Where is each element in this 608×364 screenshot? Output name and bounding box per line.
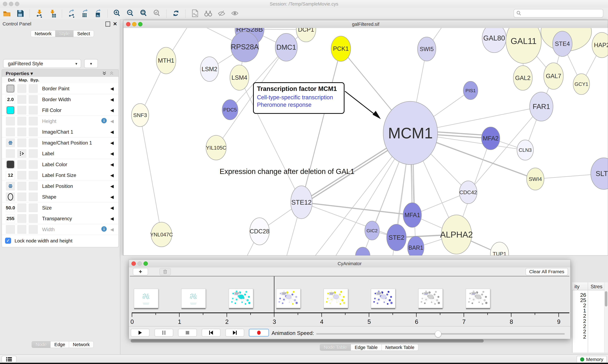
frame-thumbnail-7[interactable]	[466, 289, 490, 308]
property-row-image-chart-position-1[interactable]: Image/Chart Position 1 ◀	[2, 137, 118, 148]
expand-property-icon[interactable]: ◀	[110, 129, 114, 135]
property-row-fill-color[interactable]: Fill Color ◀	[2, 105, 118, 116]
export-image-icon[interactable]	[93, 9, 103, 18]
expand-property-icon[interactable]: ◀	[110, 227, 114, 232]
bypass-cell[interactable]	[29, 193, 38, 201]
save-icon[interactable]	[15, 9, 25, 18]
mapping-cell[interactable]	[17, 171, 26, 180]
network-node-bar1[interactable]: BAR1	[408, 236, 424, 255]
mapping-cell[interactable]	[17, 214, 26, 223]
network-node-cdc42[interactable]: CDC42	[459, 181, 477, 204]
refresh-icon[interactable]	[171, 9, 180, 18]
playhead[interactable]	[274, 276, 274, 312]
network-node-swi4[interactable]: SWI4	[527, 168, 544, 190]
open-folder-icon[interactable]	[2, 9, 11, 18]
frame-thumbnail-0[interactable]	[134, 289, 158, 308]
tab-network-table[interactable]: Network Table	[382, 344, 418, 351]
network-node-mfa2[interactable]: MFA2	[482, 127, 500, 150]
default-value-cell[interactable]	[6, 117, 15, 125]
zoom-in-icon[interactable]	[112, 9, 122, 18]
default-value-cell[interactable]	[6, 106, 15, 115]
network-node-alpha2[interactable]: ALPHA2	[440, 215, 473, 254]
frame-thumbnail-1[interactable]	[181, 289, 206, 308]
property-row-height[interactable]: Height i ◀	[2, 116, 118, 127]
bypass-cell[interactable]	[29, 182, 38, 190]
network-node-unlabeled[interactable]	[356, 247, 370, 255]
style-selector[interactable]: galFiltered Style ▾	[3, 59, 81, 68]
show-panel-menu-button[interactable]	[1, 356, 16, 363]
expand-property-icon[interactable]: ◀	[110, 162, 114, 167]
mapping-cell[interactable]	[17, 84, 26, 93]
float-panel-icon[interactable]	[105, 22, 110, 26]
expand-property-icon[interactable]: ◀	[110, 97, 114, 102]
mapping-cell[interactable]	[17, 160, 26, 169]
memory-button[interactable]: Memory	[577, 356, 607, 363]
annotation-link[interactable]: Cell-type-specific transcription	[257, 94, 341, 101]
mapping-cell[interactable]	[17, 95, 26, 104]
expand-all-icon[interactable]	[102, 71, 107, 76]
stop-button[interactable]	[178, 329, 197, 337]
network-node-gal80[interactable]: GAL80	[482, 28, 506, 53]
zoom-out-icon[interactable]	[126, 9, 135, 18]
expand-property-icon[interactable]: ◀	[110, 151, 114, 156]
binoculars-icon[interactable]	[204, 9, 213, 18]
network-node-gal2[interactable]: GAL2	[513, 66, 532, 90]
network-node-slt2[interactable]: SLT2	[591, 158, 608, 189]
expand-property-icon[interactable]: ◀	[110, 173, 114, 178]
lock-node-size-checkbox[interactable]: ✓	[5, 238, 11, 244]
default-value-cell[interactable]	[6, 182, 15, 190]
close-panel-icon[interactable]: ✕	[113, 21, 117, 27]
bypass-cell[interactable]	[29, 225, 38, 234]
property-row-size[interactable]: 50.0 Size ◀	[2, 202, 118, 213]
zoom-selected-icon[interactable]	[152, 9, 162, 18]
pause-button[interactable]	[154, 329, 173, 337]
network-node-mcm1[interactable]: MCM1	[383, 101, 438, 165]
network-node-gic2[interactable]: GIC2	[365, 221, 379, 240]
property-row-label-color[interactable]: Label Color ◀	[2, 159, 118, 170]
tab-network[interactable]: Network	[31, 30, 55, 37]
property-row-border-width[interactable]: 2.0 Border Width ◀	[2, 94, 118, 105]
show-eye-icon[interactable]	[230, 9, 239, 18]
collapse-all-icon[interactable]	[109, 71, 114, 76]
expand-property-icon[interactable]: ◀	[110, 86, 114, 91]
network-node-cln3[interactable]: CLN3	[517, 140, 533, 160]
network-node-mth1[interactable]: MTH1	[156, 47, 176, 74]
expand-property-icon[interactable]: ◀	[110, 183, 114, 189]
default-value-cell[interactable]	[6, 128, 15, 136]
property-row-label[interactable]: Label ◀	[2, 148, 118, 159]
bypass-cell[interactable]	[29, 106, 38, 115]
bypass-cell[interactable]	[29, 95, 38, 104]
tab-network[interactable]: Network	[69, 341, 94, 348]
network-node-dcp1[interactable]: DCP1	[296, 28, 316, 42]
default-value-cell[interactable]	[6, 160, 15, 169]
export-network-icon[interactable]	[67, 9, 76, 18]
expand-property-icon[interactable]: ◀	[110, 205, 114, 210]
expand-property-icon[interactable]: ◀	[110, 140, 114, 145]
mapping-cell[interactable]	[17, 128, 26, 136]
mapping-cell[interactable]	[17, 225, 26, 234]
network-node-gcy1[interactable]: GCY1	[573, 74, 590, 95]
delete-frame-button[interactable]	[159, 268, 171, 275]
network-node-pis1[interactable]: PIS1	[463, 81, 478, 100]
default-value-cell[interactable]	[6, 84, 15, 93]
mapping-cell[interactable]	[17, 149, 26, 158]
tab-node-table[interactable]: Node Table	[320, 344, 351, 351]
property-row-image-chart-1[interactable]: Image/Chart 1 ◀	[2, 127, 118, 137]
export-table-icon[interactable]	[80, 9, 89, 18]
bypass-cell[interactable]	[29, 160, 38, 169]
network-node-snf3[interactable]: SNF3	[131, 104, 149, 127]
network-node-gal11[interactable]: GAL11	[506, 28, 541, 64]
frame-thumbnail-6[interactable]	[418, 289, 443, 308]
expand-property-icon[interactable]: ◀	[110, 108, 114, 113]
network-node-yil105c[interactable]: YIL105C	[206, 135, 226, 160]
network-node-rps28a[interactable]: RPS28A	[231, 32, 259, 62]
expand-property-icon[interactable]: ◀	[110, 118, 114, 124]
node-table-header[interactable]: ity Stres	[572, 282, 604, 290]
mapping-cell[interactable]	[17, 106, 26, 115]
table-cell[interactable]: 2	[572, 334, 586, 340]
annotation-link[interactable]: Pheromone response	[257, 101, 341, 108]
skip-to-start-button[interactable]	[202, 329, 221, 337]
scrollbar-thumb[interactable]	[605, 291, 607, 306]
frame-thumbnail-3[interactable]	[276, 289, 301, 308]
slider-thumb[interactable]	[435, 331, 441, 337]
